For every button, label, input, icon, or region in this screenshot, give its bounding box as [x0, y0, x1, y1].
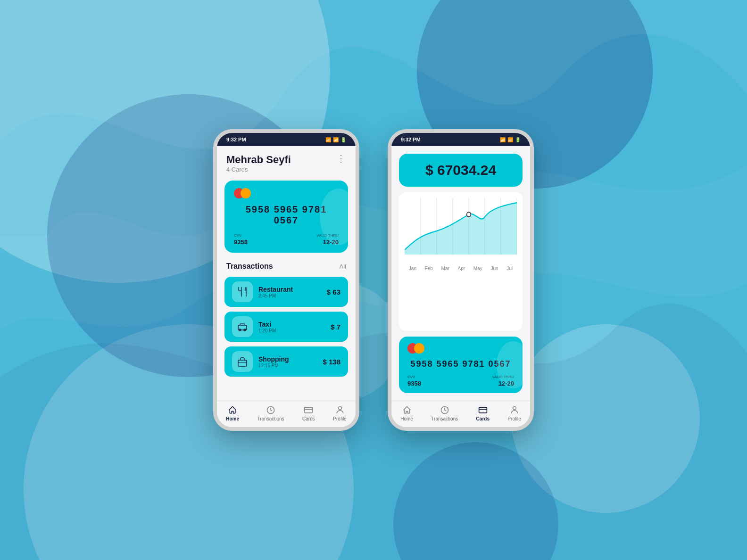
phone2-status-bar: 9:32 PM 📶 📶 🔋	[391, 133, 530, 146]
battery-icon: 🔋	[340, 137, 346, 142]
shopping-icon-box	[232, 351, 253, 372]
restaurant-amount: $ 63	[327, 288, 340, 296]
taxi-icon	[237, 321, 248, 332]
phone2-card-cvv: CVV 9358	[407, 375, 421, 387]
phone1-status-icons: 📶 📶 🔋	[325, 137, 346, 142]
chart-area: Jan Feb Mar Apr May Jun Jul	[399, 192, 523, 331]
restaurant-name: Restaurant	[258, 286, 321, 293]
taxi-amount: $ 7	[331, 323, 340, 331]
phone2-content: $ 67034.24	[391, 146, 530, 401]
card-logo-circle2	[241, 188, 251, 198]
phone2-cvv-label: CVV	[407, 375, 421, 379]
phone2-battery-icon: 🔋	[515, 137, 521, 142]
phone2-main: $ 67034.24	[391, 146, 530, 401]
svg-point-20	[513, 407, 516, 410]
phone2-signal-icon: 📶	[507, 137, 513, 142]
chart-label-apr: Apr	[458, 266, 465, 271]
phone1-card-footer: CVV 9358 VALID THRU 12-20	[234, 233, 339, 246]
phone2-nav-home-label: Home	[400, 416, 413, 421]
phone1-nav-home-label: Home	[226, 416, 239, 421]
transaction-taxi[interactable]: Taxi 1:20 PM $ 7	[224, 312, 348, 342]
phone1-status-bar: 9:32 PM 📶 📶 🔋	[217, 133, 356, 146]
svg-point-16	[467, 212, 471, 217]
phone2-valid-value: 12-20	[498, 380, 514, 387]
card-logo	[234, 188, 339, 198]
phone2-card-number: 5958 5965 9781 0567	[407, 359, 514, 369]
home-icon	[227, 405, 238, 415]
phone1-nav-transactions[interactable]: Transactions	[257, 405, 284, 421]
phone2-nav-cards-label: Cards	[476, 416, 490, 421]
phone2-valid-label: VALID THRU	[492, 375, 514, 379]
shopping-name: Shopping	[258, 355, 317, 363]
chart-label-mar: Mar	[441, 266, 449, 271]
phone1-credit-card[interactable]: 5958 5965 9781 0567 CVV 9358 VALID THRU …	[224, 181, 348, 253]
cvv-label: CVV	[234, 233, 248, 238]
phone2-home-icon	[402, 405, 412, 415]
phone2-nav-transactions[interactable]: Transactions	[431, 405, 458, 421]
svg-rect-6	[305, 407, 313, 413]
cvv-value: 9358	[234, 239, 248, 246]
phone2-status-icons: 📶 📶 🔋	[500, 137, 521, 142]
phone1-header: Mehrab Seyfi 4 Cards ⋮	[217, 146, 356, 177]
phone2-time: 9:32 PM	[401, 137, 421, 142]
phone1-time: 9:32 PM	[226, 137, 246, 142]
restaurant-time: 2:45 PM	[258, 293, 321, 298]
signal-icon: 📶	[333, 137, 339, 142]
more-options-button[interactable]: ⋮	[336, 154, 346, 163]
phone1-nav-profile-label: Profile	[333, 416, 346, 421]
phone1-nav-home[interactable]: Home	[226, 405, 239, 421]
phone1-user-info: Mehrab Seyfi 4 Cards	[226, 154, 291, 173]
shopping-info: Shopping 12:15 PM	[258, 355, 317, 368]
phone2-cards-icon	[478, 405, 488, 415]
phone1: 9:32 PM 📶 📶 🔋 Mehrab Seyfi 4 Cards ⋮	[213, 129, 359, 431]
chart-label-may: May	[473, 266, 482, 271]
phone2: 9:32 PM 📶 📶 🔋 $ 67034.24	[388, 129, 534, 431]
phone1-nav-cards-label: Cards	[302, 416, 315, 421]
svg-rect-3	[238, 360, 247, 366]
svg-point-8	[338, 407, 341, 410]
phone2-nav-transactions-label: Transactions	[431, 416, 458, 421]
chart-label-jan: Jan	[409, 266, 416, 271]
wifi-icon: 📶	[325, 137, 331, 142]
phone2-nav-home[interactable]: Home	[400, 405, 413, 421]
transaction-restaurant[interactable]: Restaurant 2:45 PM $ 63	[224, 277, 348, 307]
phone1-nav-profile[interactable]: Profile	[333, 405, 346, 421]
chart-labels: Jan Feb Mar Apr May Jun Jul	[405, 264, 517, 273]
phone1-nav-transactions-label: Transactions	[257, 416, 284, 421]
restaurant-icon-box	[232, 281, 253, 302]
phone2-transactions-icon	[440, 405, 450, 415]
phone2-cvv-value: 9358	[407, 380, 421, 387]
chart-label-feb: Feb	[425, 266, 433, 271]
phone1-card-cvv: CVV 9358	[234, 233, 248, 246]
phone1-cards-count: 4 Cards	[226, 166, 291, 173]
phone2-nav-profile[interactable]: Profile	[507, 405, 521, 421]
cards-icon	[303, 405, 314, 415]
phone1-bottom-nav: Home Transactions Cards	[217, 401, 356, 427]
phone2-card-footer: CVV 9358 VALID THRU 12-20	[407, 375, 514, 387]
chart-label-jul: Jul	[506, 266, 513, 271]
taxi-time: 1:20 PM	[258, 328, 325, 333]
phone1-nav-cards[interactable]: Cards	[302, 405, 315, 421]
chart-svg-container	[405, 198, 517, 264]
phone2-bottom-nav: Home Transactions Cards	[391, 401, 530, 427]
transactions-title: Transactions	[226, 262, 273, 271]
phone2-card-valid: VALID THRU 12-20	[492, 375, 514, 387]
profile-icon	[335, 405, 345, 415]
restaurant-info: Restaurant 2:45 PM	[258, 286, 321, 298]
shopping-icon	[237, 356, 248, 367]
valid-label: VALID THRU	[316, 233, 339, 238]
phone2-card-circle2	[414, 343, 424, 354]
phone1-user-name: Mehrab Seyfi	[226, 154, 291, 166]
phone2-nav-cards[interactable]: Cards	[476, 405, 490, 421]
taxi-icon-box	[232, 316, 253, 337]
transactions-icon	[266, 405, 276, 415]
valid-value: 12-20	[323, 239, 339, 246]
phones-container: 9:32 PM 📶 📶 🔋 Mehrab Seyfi 4 Cards ⋮	[0, 0, 747, 560]
phone1-content: Mehrab Seyfi 4 Cards ⋮ 5958 5965 9781 05…	[217, 146, 356, 401]
restaurant-icon	[237, 286, 248, 297]
transactions-all-button[interactable]: All	[340, 263, 346, 270]
transaction-shopping[interactable]: Shopping 12:15 PM $ 138	[224, 346, 348, 377]
phone1-card-valid: VALID THRU 12-20	[316, 233, 339, 246]
transactions-header: Transactions All	[217, 256, 356, 274]
phone2-credit-card[interactable]: 5958 5965 9781 0567 CVV 9358 VALID THRU …	[399, 337, 523, 393]
